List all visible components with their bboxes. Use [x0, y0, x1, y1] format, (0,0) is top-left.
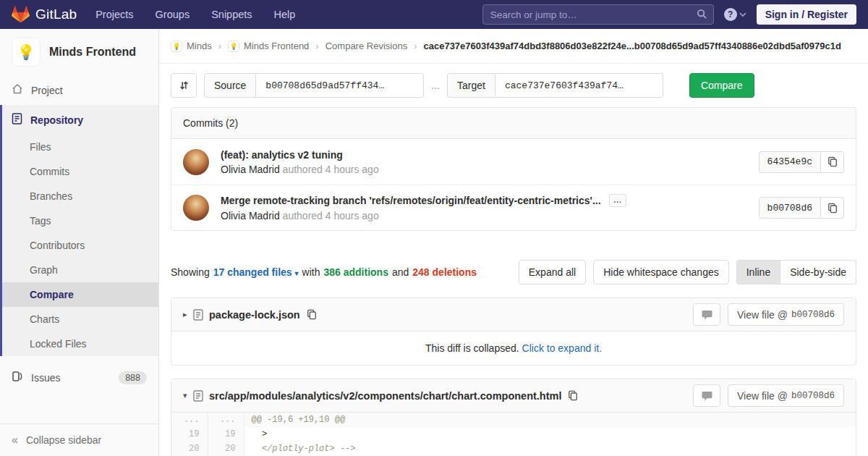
project-header[interactable]: 💡 Minds Frontend	[0, 29, 158, 75]
additions-count: 386 additions	[323, 266, 388, 278]
sidebar-item-tags[interactable]: Tags	[2, 208, 158, 233]
file-diff-panel: ▸ package-lock.json View file @ b00708d6	[171, 297, 856, 366]
diff-line-row: 19 19 >	[171, 427, 856, 442]
toggle-commit-description-button[interactable]: ...	[609, 194, 626, 207]
view-file-sha: b00708d6	[791, 391, 835, 401]
nav-snippets[interactable]: Snippets	[211, 9, 252, 20]
sidebar-item-issues[interactable]: Issues 888	[0, 362, 158, 393]
commit-title-link[interactable]: (feat): analytics v2 tuning	[221, 149, 759, 161]
collapse-icon: «	[12, 434, 18, 447]
breadcrumb-group-label: Minds	[187, 41, 212, 51]
sidebar-item-graph[interactable]: Graph	[2, 258, 158, 282]
view-file-label: View file @	[737, 309, 788, 321]
sidebar-item-project[interactable]: Project	[0, 75, 158, 105]
compare-button[interactable]: Compare	[689, 73, 754, 98]
source-ref-dropdown[interactable]: b00708d65d9ad57ff434…	[256, 73, 424, 98]
diff-hunk-row: ... ... @@ -19,6 +19,10 @@	[171, 413, 856, 427]
commit-author-link[interactable]: Olivia Madrid	[221, 164, 280, 175]
nav-groups[interactable]: Groups	[156, 9, 190, 20]
changed-files-dropdown[interactable]: 17 changed files ▾	[213, 266, 299, 278]
breadcrumb-group[interactable]: 💡 Minds	[171, 41, 212, 52]
commit-author-link[interactable]: Olivia Madrid	[221, 210, 280, 221]
copy-sha-button[interactable]	[821, 197, 844, 219]
deletions-count: 248 deletions	[412, 266, 477, 278]
sidebar-item-branches[interactable]: Branches	[2, 184, 158, 208]
hide-whitespace-button[interactable]: Hide whitespace changes	[593, 260, 729, 284]
sign-in-button[interactable]: Sign in / Register	[757, 4, 856, 25]
sidebar-item-repository[interactable]: Repository	[2, 105, 158, 135]
commit-sha-link[interactable]: 64354e9c	[759, 151, 821, 173]
source-ref-group: Source b00708d65d9ad57ff434…	[204, 73, 424, 98]
sidebar-item-label: Repository	[30, 114, 83, 126]
toggle-comments-button[interactable]	[693, 384, 720, 407]
new-line-number: ...	[208, 413, 244, 427]
question-icon: ?	[724, 8, 737, 21]
file-name-link[interactable]: package-lock.json	[209, 309, 300, 321]
gitlab-logo[interactable]: GitLab	[12, 6, 77, 23]
author-avatar[interactable]	[183, 195, 209, 221]
sidebar-item-locked-files[interactable]: Locked Files	[2, 332, 158, 356]
file-name-link[interactable]: src/app/modules/analytics/v2/components/…	[209, 390, 561, 402]
breadcrumb-separator: ›	[414, 41, 417, 51]
swap-revisions-button[interactable]	[171, 73, 197, 98]
copy-file-path-button[interactable]	[307, 309, 317, 320]
commit-title-text: Merge remote-tracking branch 'refs/remot…	[221, 195, 601, 206]
expand-diff-link[interactable]: Click to expand it.	[522, 342, 603, 354]
file-icon	[193, 309, 203, 321]
diff-view-toggle: Inline Side-by-side	[736, 260, 856, 284]
collapsed-diff-notice: This diff is collapsed. Click to expand …	[171, 332, 856, 365]
search-input[interactable]	[482, 4, 714, 25]
nav-projects[interactable]: Projects	[95, 9, 133, 20]
chevron-down-icon	[739, 12, 746, 17]
collapse-caret-icon[interactable]: ▸	[183, 310, 193, 319]
copy-icon	[827, 203, 838, 214]
collapsed-text: This diff is collapsed.	[425, 342, 519, 354]
breadcrumb-page[interactable]: Compare Revisions	[326, 41, 407, 51]
breadcrumb-separator: ›	[218, 41, 221, 51]
document-icon	[12, 113, 22, 127]
author-avatar[interactable]	[183, 149, 209, 175]
help-menu[interactable]: ?	[724, 8, 746, 21]
project-title: Minds Frontend	[49, 46, 136, 59]
search-icon[interactable]	[697, 9, 707, 22]
diff-table: ... ... @@ -19,6 +19,10 @@ 19 19 > 20 20…	[171, 413, 856, 456]
source-label: Source	[204, 73, 256, 98]
inline-view-button[interactable]: Inline	[736, 260, 780, 284]
new-line-number[interactable]: 19	[208, 427, 244, 442]
sidebar-item-charts[interactable]: Charts	[2, 307, 158, 332]
sidebar-item-files[interactable]: Files	[2, 135, 158, 159]
copy-file-path-button[interactable]	[568, 390, 578, 401]
expand-all-button[interactable]: Expand all	[519, 260, 586, 284]
sidebar-item-commits[interactable]: Commits	[2, 159, 158, 184]
old-line-number: ...	[171, 413, 208, 427]
home-icon	[12, 83, 23, 97]
old-line-number[interactable]: 19	[171, 427, 208, 442]
main-content: 💡 Minds › 💡 Minds Frontend › Compare Rev…	[159, 29, 868, 456]
commits-header: Commits (2)	[171, 108, 856, 139]
nav-help[interactable]: Help	[274, 9, 296, 20]
sidebar-item-label: Issues	[31, 372, 60, 384]
breadcrumb-project[interactable]: 💡 Minds Frontend	[228, 41, 309, 52]
collapse-caret-icon[interactable]: ▾	[183, 391, 193, 400]
copy-icon	[307, 309, 317, 320]
sidebar-item-contributors[interactable]: Contributors	[2, 233, 158, 258]
collapse-sidebar-button[interactable]: « Collapse sidebar	[0, 423, 158, 456]
view-file-button[interactable]: View file @ b00708d6	[728, 303, 844, 326]
group-avatar: 💡	[171, 41, 182, 52]
target-ref-dropdown[interactable]: cace737e7603f439af74…	[495, 73, 663, 98]
repository-section: Repository Files Commits Branches Tags C…	[0, 105, 158, 356]
toggle-comments-button[interactable]	[693, 303, 720, 326]
new-line-number[interactable]: 20	[208, 442, 244, 456]
issues-icon	[12, 371, 23, 384]
commit-title-link[interactable]: Merge remote-tracking branch 'refs/remot…	[221, 194, 759, 207]
breadcrumb-project-label: Minds Frontend	[244, 41, 309, 51]
copy-sha-button[interactable]	[821, 151, 844, 173]
old-line-number[interactable]: 20	[171, 442, 208, 456]
commit-sha-link[interactable]: b00708d6	[759, 197, 821, 219]
commit-meta-text: authored 4 hours ago	[283, 210, 379, 221]
side-by-side-view-button[interactable]: Side-by-side	[780, 260, 856, 284]
breadcrumb-current-shas: cace737e7603f439af74dbd3f8806d03e822f24e…	[423, 41, 841, 51]
view-file-button[interactable]: View file @ b00708d6	[728, 384, 844, 407]
sidebar-item-compare[interactable]: Compare	[2, 282, 158, 307]
comment-icon	[702, 391, 712, 401]
